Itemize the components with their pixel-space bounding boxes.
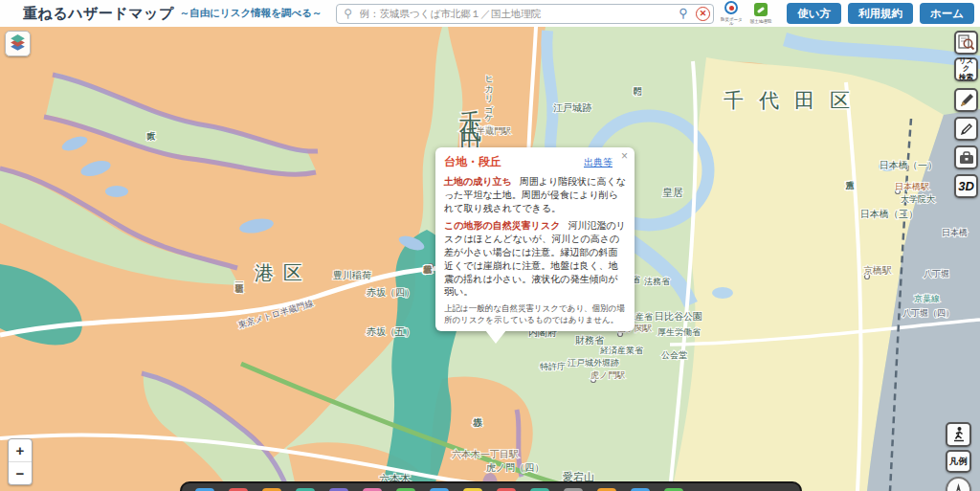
map-label: 赤坂（四）: [367, 287, 414, 298]
map-label: 特許庁: [540, 362, 566, 371]
layers-icon: [8, 33, 28, 54]
map-label: 八丁堀: [924, 269, 949, 279]
map-label: 六本木一丁目駅: [452, 449, 519, 459]
disaster-category-bar[interactable]: [180, 481, 802, 491]
map-label: 港区: [255, 262, 312, 283]
map-label: 日比谷公園: [655, 311, 702, 322]
risk-description: この地形の自然災害リスク河川氾濫のリスクはほとんどないが、河川との高さの差が小さ…: [444, 219, 626, 299]
risk-body: 河川氾濫のリスクはほとんどないが、河川との高さの差が小さい場合には注意。縁辺部の…: [444, 220, 626, 297]
zoom-in-button[interactable]: +: [9, 439, 32, 462]
threed-button[interactable]: 3D: [954, 174, 978, 198]
zoom-widget: + −: [8, 438, 33, 485]
zoom-out-button[interactable]: −: [9, 462, 32, 484]
measure-button[interactable]: [954, 88, 978, 112]
map-label: 豊川稲荷: [333, 270, 371, 280]
compass-icon: [951, 482, 966, 491]
toolbox-icon: [958, 149, 975, 167]
kasaneru-hazard-map-app: { "header": { "title": "重ねるハザードマップ", "su…: [0, 0, 980, 491]
map-label: 半蔵門駅: [477, 126, 511, 136]
popup-header: 台地・段丘 出典等: [444, 154, 626, 170]
map-label: 江戸城跡: [553, 102, 592, 113]
legend-button[interactable]: 凡例: [946, 450, 971, 473]
landform-description: 土地の成り立ち周囲より階段状に高くなった平坦な土地。周囲が侵食により削られて取り…: [444, 175, 626, 214]
search-submit-icon[interactable]: ⚲: [676, 6, 691, 21]
map-label: 財務省: [575, 335, 605, 346]
howto-button[interactable]: 使い方: [787, 3, 841, 24]
popup-close-icon[interactable]: ×: [621, 150, 628, 162]
map-label: 日本橋（一）: [880, 160, 937, 170]
risk-lead: この地形の自然災害リスク: [444, 220, 560, 231]
source-link[interactable]: 出典等: [584, 156, 612, 169]
search-clear-icon[interactable]: ✕: [696, 7, 710, 21]
landform-lead: 土地の成り立ち: [444, 176, 512, 187]
gsi-logo-icon: [754, 3, 768, 16]
map-label: 厚生労働省: [657, 327, 701, 337]
search-input[interactable]: [336, 4, 715, 24]
evacuation-action-button[interactable]: [946, 422, 971, 447]
map-label: 日本橋（三）: [860, 209, 918, 219]
map-label: 赤坂（五）: [367, 326, 414, 337]
area-zoom-button[interactable]: [954, 31, 978, 55]
map-label: 八丁堀（四）: [902, 308, 954, 318]
map-label: 皇居: [662, 187, 683, 198]
map-label: 虎ノ門（四）: [486, 462, 544, 473]
bousai-portal-logo-icon: [724, 1, 738, 14]
gsi-logo[interactable]: 国土地理院: [749, 3, 773, 25]
map-label: 大学院大: [901, 194, 935, 204]
draw-button[interactable]: [954, 117, 978, 141]
map-label: 経済産業省: [600, 346, 643, 355]
layers-button[interactable]: [5, 31, 31, 56]
bousai-portal-logo-label: 防災ポータル: [720, 18, 744, 27]
app-header: 重ねるハザードマップ ～自由にリスク情報を調べる～ ⚲ ⚲ ✕ 防災ポータル 国…: [0, 0, 980, 27]
map-label: 日本橋駅: [895, 182, 929, 191]
app-title: 重ねるハザードマップ: [23, 5, 174, 23]
map-label: 京葉線: [914, 294, 940, 303]
map-label: 江戸城外堀跡: [568, 358, 619, 368]
header-nav: 使い方 利用規約 ホーム: [780, 3, 974, 24]
map-label: 日本橋: [942, 228, 968, 237]
pen-icon: [958, 92, 975, 109]
search-icon: ⚲: [341, 6, 356, 21]
map-label: 京橋駅: [863, 265, 892, 276]
gsi-logo-label: 国土地理院: [749, 20, 773, 25]
app-subtitle: ～自由にリスク情報を調べる～: [180, 7, 323, 20]
tools-button[interactable]: [954, 145, 978, 169]
map-label: 千代田区: [724, 89, 865, 111]
bousai-portal-logo[interactable]: 防災ポータル: [720, 1, 744, 27]
terms-button[interactable]: 利用規約: [848, 3, 913, 24]
home-button[interactable]: ホーム: [920, 3, 974, 24]
map-label: 虎ノ門駅: [590, 370, 625, 380]
risk-search-button[interactable]: リスク検索: [954, 57, 978, 81]
map-label: 法務省: [644, 277, 670, 286]
map-label: 公会堂: [661, 350, 687, 360]
pencil-icon: [958, 121, 975, 138]
popup-disclaimer: 上記は一般的な自然災害リスクであり、個別の場所のリスクを示しているものではありま…: [444, 303, 626, 325]
search-box: ⚲ ⚲ ✕: [336, 4, 715, 24]
terrain-info-popup: 台地・段丘 出典等 × 土地の成り立ち周囲より階段状に高くなった平坦な土地。周囲…: [435, 147, 635, 331]
walking-person-icon: [950, 426, 968, 443]
magnifier-page-icon: [957, 33, 975, 52]
popup-title: 台地・段丘: [444, 154, 501, 170]
map-container: 千代田千代田区港区皇居江戸城跡乾門ヒカリゴケ生育地半蔵門駅大京町豊川稲荷赤坂見附…: [0, 27, 980, 491]
